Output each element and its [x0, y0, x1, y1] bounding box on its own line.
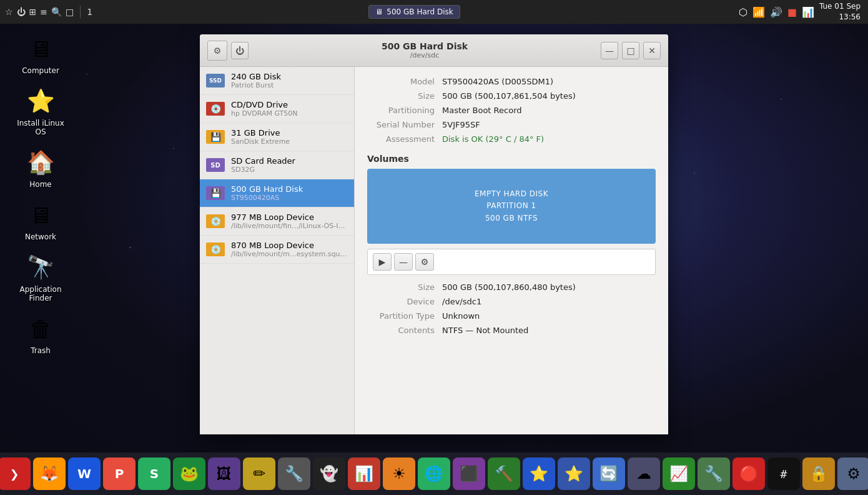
window-controls: — □ ✕: [601, 42, 661, 59]
close-button[interactable]: ✕: [643, 42, 661, 59]
dock-system-tools[interactable]: 🔧: [278, 458, 310, 490]
volume-line1: EMPTY HARD DISK: [475, 188, 548, 200]
search-taskbar-icon[interactable]: 🔍: [51, 7, 62, 17]
disk-item-sdcard[interactable]: SD SD Card Reader SD32G: [200, 151, 354, 179]
bluetooth-icon[interactable]: ⬡: [739, 6, 747, 18]
computer-label: Computer: [22, 66, 59, 75]
dock-refresh[interactable]: 🔄: [593, 458, 625, 490]
desktop-icon-install[interactable]: ⭐ Install iLinux OS: [12, 84, 69, 139]
dock-globe[interactable]: 🌐: [418, 458, 450, 490]
dock-monitor[interactable]: 📊: [348, 458, 380, 490]
disk-sub-870mb: /lib/live/mount/m…esystem.squashfs: [231, 250, 348, 258]
volume-visual: EMPTY HARD DISK Partition 1 500 GB NTFS: [367, 169, 656, 244]
dock: 📁 🔭 ● ❯ 🦊 W P S 🐸 🖼 ✏ 🔧 👻 📊 ☀ 🌐 ⬛ 🔨 ⭐ ⭐ …: [0, 452, 868, 495]
disk-sub-500gb: ST9500420AS: [231, 194, 348, 202]
minimize-button[interactable]: —: [601, 42, 618, 59]
disk-info-240gb: 240 GB Disk Patriot Burst: [231, 72, 348, 89]
disk-details-panel: Model ST9500420AS (D005SDM1) Size 500 GB…: [355, 67, 668, 434]
disk-item-500gb[interactable]: 💾 500 GB Hard Disk ST9500420AS: [200, 179, 354, 208]
disk-name-sdcard: SD Card Reader: [231, 156, 348, 166]
dock-ghost[interactable]: 👻: [313, 458, 345, 490]
taskbar-window-button[interactable]: 🖥 500 GB Hard Disk: [368, 5, 460, 19]
dock-redapp[interactable]: 🔴: [732, 458, 765, 490]
volume-icon[interactable]: 🔊: [770, 6, 782, 18]
star-icon[interactable]: ☆: [5, 7, 13, 17]
desktop-icon-network[interactable]: 🖥 Network: [12, 198, 69, 244]
disk-item-870mb[interactable]: 💿 870 MB Loop Device /lib/live/mount/m…e…: [200, 236, 354, 264]
disk-name-31gb: 31 GB Drive: [231, 128, 348, 138]
taskbar-window-label: 500 GB Hard Disk: [387, 8, 453, 16]
dock-settings2[interactable]: ⚙: [837, 458, 868, 490]
dock-pencil[interactable]: ✏: [243, 458, 275, 490]
disk-info-870mb: 870 MB Loop Device /lib/live/mount/m…esy…: [231, 241, 348, 258]
disk-item-dvd[interactable]: 💿 CD/DVD Drive hp DVDRAM GT50N: [200, 95, 354, 123]
menu-icon[interactable]: ≡: [40, 7, 47, 17]
vol-size-row: Size 500 GB (500,107,860,480 bytes): [367, 282, 656, 292]
dock-wps-writer[interactable]: W: [68, 458, 101, 490]
dock-star1[interactable]: ⭐: [523, 458, 555, 490]
dock-frog[interactable]: 🐸: [173, 458, 205, 490]
dock-app1[interactable]: ⬛: [453, 458, 485, 490]
appfinder-icon: 🔭: [26, 252, 56, 282]
disk-icon-31gb: 💾: [206, 130, 225, 144]
workspace-number[interactable]: 1: [87, 7, 92, 17]
disk-item-240gb[interactable]: SSD 240 GB Disk Patriot Burst: [200, 67, 354, 95]
detail-partitioning-row: Partitioning Master Boot Record: [367, 106, 656, 115]
desktop-icon-trash[interactable]: 🗑 Trash: [12, 311, 69, 358]
disk-info-977mb: 977 MB Loop Device /lib/live/mount/fin…/…: [231, 212, 348, 230]
window-title-center: 500 GB Hard Disk /dev/sdc: [249, 41, 601, 59]
dock-wrench2[interactable]: 🔧: [698, 458, 730, 490]
disk-sub-31gb: SanDisk Extreme: [231, 138, 348, 146]
disk-info-500gb: 500 GB Hard Disk ST9500420AS: [231, 184, 348, 202]
dock-terminal[interactable]: #: [767, 458, 800, 490]
volume-play-button[interactable]: ▶: [373, 253, 392, 271]
loop-977-sym: 💿: [210, 216, 221, 226]
window-settings-button[interactable]: ⚙: [207, 41, 227, 61]
taskbar-date: Tue 01 Sep: [819, 1, 861, 12]
vol-device-row: Device /dev/sdc1: [367, 297, 656, 306]
dock-wps-sheet[interactable]: S: [138, 458, 170, 490]
vol-partition-value: Unknown: [442, 311, 656, 321]
dock-img-viewer[interactable]: 🖼: [208, 458, 240, 490]
dock-star2[interactable]: ⭐: [558, 458, 590, 490]
dock-lock[interactable]: 🔒: [802, 458, 835, 490]
disk-utility-window: ⚙ ⏻ 500 GB Hard Disk /dev/sdc — □ ✕ SSD: [200, 34, 668, 434]
window-titlebar: ⚙ ⏻ 500 GB Hard Disk /dev/sdc — □ ✕: [200, 34, 668, 67]
dock-tool2[interactable]: 🔨: [488, 458, 520, 490]
volume-line2: Partition 1: [475, 200, 548, 212]
redapp-tray-icon[interactable]: ■: [787, 6, 797, 18]
windows-icon[interactable]: ⊞: [29, 7, 37, 17]
desktop-icon-computer[interactable]: 🖥 Computer: [12, 31, 69, 78]
screen-icon[interactable]: □: [66, 7, 74, 17]
restore-button[interactable]: □: [622, 42, 639, 59]
desktop-icon-appfinder[interactable]: 🔭 Application Finder: [12, 250, 69, 305]
power-icon[interactable]: ⏻: [17, 7, 26, 17]
disk-item-31gb[interactable]: 💾 31 GB Drive SanDisk Extreme: [200, 123, 354, 151]
detail-serial-row: Serial Number 5VJF95SF: [367, 120, 656, 129]
signal-icon[interactable]: 📊: [802, 6, 814, 18]
disk-icon-977mb: 💿: [206, 214, 225, 228]
disk-info-sdcard: SD Card Reader SD32G: [231, 156, 348, 174]
disk-sub-240gb: Patriot Burst: [231, 81, 348, 89]
volume-gear-button[interactable]: ⚙: [415, 253, 434, 271]
taskbar-separator: [80, 6, 81, 18]
volume-line3: 500 GB NTFS: [475, 212, 548, 224]
dock-sun[interactable]: ☀: [383, 458, 415, 490]
volumes-header: Volumes: [367, 154, 656, 164]
window-power-button[interactable]: ⏻: [231, 42, 249, 59]
dock-wps-present[interactable]: P: [103, 458, 136, 490]
volume-minus-button[interactable]: —: [394, 253, 413, 271]
dock-firefox[interactable]: 🦊: [33, 458, 66, 490]
disk-item-977mb[interactable]: 💿 977 MB Loop Device /lib/live/mount/fin…: [200, 208, 354, 236]
disk-name-870mb: 870 MB Loop Device: [231, 241, 348, 250]
trash-label: Trash: [31, 346, 51, 355]
dock-chart[interactable]: 📈: [663, 458, 695, 490]
assessment-label: Assessment: [367, 134, 442, 144]
dock-git[interactable]: ❯: [0, 458, 31, 490]
serial-value: 5VJF95SF: [442, 120, 656, 129]
appfinder-label: Application Finder: [15, 285, 66, 302]
desktop-icons: 🖥 Computer ⭐ Install iLinux OS 🏠 Home 🖥 …: [12, 31, 69, 358]
network-tray-icon[interactable]: 📶: [752, 6, 765, 18]
dock-cloud[interactable]: ☁: [628, 458, 660, 490]
desktop-icon-home[interactable]: 🏠 Home: [12, 145, 69, 191]
